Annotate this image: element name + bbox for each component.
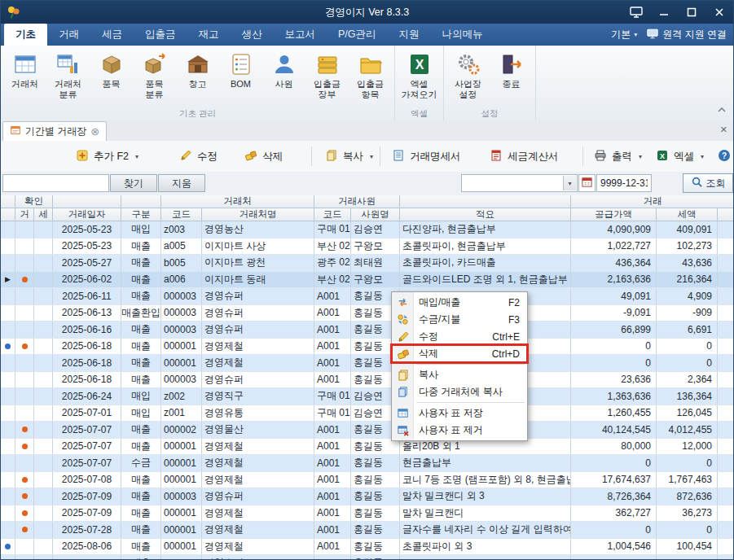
grid-row[interactable]: 2025-06-13매출환입000003경영슈퍼A001홍길동-9,091-90… [1,305,733,322]
basic-dropdown[interactable]: 기본 ▾ [611,28,637,42]
column-header-memo[interactable]: 적요 [400,208,571,221]
statement-button[interactable]: 거래명세서 [387,144,466,168]
grid-row[interactable]: 2025-07-09매출000001경영제철A001홍길동말차 밀크캔디362,… [1,505,733,523]
close-all-tabs-icon[interactable]: ✕ [720,125,727,135]
grid-row[interactable]: 2025-07-08매출000001경영제철A001홍길동코니 7등 조명 (램… [1,472,733,489]
grid-row[interactable]: 2025-07-07매출000002경영물산A001홍길동현금출납부, 에누리4… [1,422,733,439]
menu-tab-지원[interactable]: 지원 [388,24,431,46]
column-header-tax[interactable]: 세액 [657,208,718,221]
grid-row[interactable]: 2025-06-11매출000003경영슈퍼A001홍길동49,0914,909 [1,288,733,305]
help-button[interactable]: ? [713,144,734,168]
maximize-button[interactable] [678,1,705,24]
tab-close-icon[interactable]: ⊗ [90,126,99,137]
screen-share-icon[interactable] [622,1,650,24]
group-header-partner[interactable]: 거래처 [161,195,314,208]
grid-row[interactable]: 2025-06-18매출000003경영슈퍼A001홍길동23,6362,364 [1,372,733,389]
remote-support-link[interactable]: 원격 지원 연결 [647,28,727,42]
ribbon-item-cash-ledger[interactable]: 입출금 장부 [305,47,349,107]
column-header-emp-name[interactable]: 사원명 [351,208,400,221]
grid-row[interactable]: 2025-08-08매출000003경영슈퍼A001홍길동 [1,555,733,559]
menu-tab-거래[interactable]: 거래 [47,24,90,46]
menu-tab-나의메뉴[interactable]: 나의메뉴 [431,24,494,46]
column-header-se[interactable]: 세 [34,208,53,221]
row-selector[interactable] [1,439,15,455]
grid-row[interactable]: 2025-06-18매출000001경영제철A001홍길동00 [1,355,733,372]
clear-button[interactable]: 지움 [158,174,205,192]
menu-item-purchase-sales[interactable]: 매입/매출F2 [392,294,527,311]
row-selector[interactable] [1,488,15,505]
column-header-type[interactable]: 구분 [121,208,161,221]
date-input[interactable] [596,174,652,192]
grid-row[interactable]: 2025-07-07수금000001경영제철A001홍길동현금출납부00 [1,455,733,472]
row-selector[interactable] [1,455,15,471]
column-header-code[interactable]: 코드 [161,208,202,221]
ribbon-item-excel-import[interactable]: X엑셀 가져오기 [398,47,441,107]
column-header-partner-name[interactable]: 거래처명 [202,208,314,221]
ribbon-item-bom-list[interactable]: BOM [219,47,262,107]
row-selector[interactable] [1,255,15,271]
tab-period-ledger[interactable]: 기간별 거래장 ⊗ [2,121,107,141]
search-input[interactable] [2,174,109,192]
ribbon-item-partner-table[interactable]: 거래처 [3,47,46,107]
row-selector[interactable] [1,339,15,355]
query-button[interactable]: 조회 [683,173,733,193]
excel-button[interactable]: X 엑셀 ▾ [651,144,709,168]
menu-tab-보고서[interactable]: 보고서 [274,24,327,46]
menu-tab-생산[interactable]: 생산 [231,24,274,46]
row-selector[interactable] [1,322,15,338]
row-selector[interactable] [1,539,15,555]
grid-row[interactable]: 2025-06-24매입z002경영직구구매 01김승연1,363,636136… [1,388,733,405]
find-button[interactable]: 찾기 [110,174,157,192]
row-selector[interactable] [1,355,15,371]
menu-item-edit-pencil[interactable]: 수정Ctrl+E [392,328,527,345]
menu-item-copy-pages[interactable]: 복사 [392,366,527,383]
row-selector[interactable] [1,422,15,438]
row-selector[interactable] [1,288,15,304]
grid-row[interactable]: 2025-05-23매출a005이지마트 사상부산 02구왕모초콜릿파이, 현금… [1,238,733,256]
column-header-emp-code[interactable]: 코드 [314,208,351,221]
grid-row[interactable]: 2025-08-06매출000001경영제철A001홍길동초콜릿파이 외 31,… [1,539,733,556]
filter-combobox[interactable]: ▾ [461,174,578,192]
ribbon-item-cash-items[interactable]: 입출금 항목 [349,47,392,107]
add-button[interactable]: 추가 F2 ▾ [71,144,143,168]
group-header-confirm[interactable]: 확인 [15,195,53,208]
copy-button[interactable]: 복사 ▾ [320,144,378,168]
tax-invoice-button[interactable]: 세금계산서 [485,144,564,168]
column-header-geo[interactable]: 거 [15,208,34,221]
row-selector[interactable] [1,388,15,405]
ribbon-item-warehouse[interactable]: 창고 [176,47,219,107]
grid-row[interactable]: 2025-07-01매입z001경영유통구매 01김승연1,260,455126… [1,405,733,422]
calendar-button[interactable] [578,174,596,192]
ribbon-item-exit-door[interactable]: 종료 [490,47,533,107]
close-button[interactable] [705,1,733,24]
grid-row[interactable]: 2025-06-16매출000003경영슈퍼A001홍길동현금출납부66,899… [1,322,733,339]
row-selector[interactable] [1,238,15,255]
row-selector[interactable] [1,505,15,522]
menu-item-delete-eraser[interactable]: 삭제Ctrl+D [392,345,527,362]
delete-button[interactable]: 삭제 [240,144,288,168]
menu-tab-P/G관리[interactable]: P/G관리 [327,24,388,46]
ribbon-collapse-button[interactable] [717,102,727,116]
column-header-supply[interactable]: 공급가액 [571,208,657,221]
group-header-trade[interactable]: 거래 [571,195,733,208]
menu-item-table-save[interactable]: 사용자 표 저장 [392,405,527,422]
print-button[interactable]: 출력 ▾ [589,144,647,168]
row-selector[interactable]: ▶ [1,272,15,288]
grid-row[interactable]: 2025-06-18매출000001경영제철A001홍길동00 [1,339,733,356]
ribbon-item-item-box[interactable]: 품목 [90,47,133,107]
row-selector[interactable] [1,472,15,488]
row-selector[interactable] [1,522,15,538]
ribbon-item-employee[interactable]: 사원 [262,47,305,107]
row-selector[interactable] [1,555,15,559]
group-header-sales-emp[interactable]: 거래사원 [314,195,400,208]
menu-item-receipt-payment[interactable]: 수금/지불F3 [392,311,527,328]
grid-row[interactable]: ▶2025-06-02매출a006이지마트 동래부산 02구왕모골드와이드LED… [1,272,733,289]
menu-tab-입출금[interactable]: 입출금 [134,24,187,46]
ribbon-item-settings-gear[interactable]: 사업장 설정 [446,47,490,107]
row-selector[interactable] [1,405,15,422]
grid-row[interactable]: 2025-05-23매입z003경영농산구매 01김승연다진양파, 현금출납부4… [1,221,733,238]
row-selector[interactable] [1,221,15,238]
grid-row[interactable]: 2025-05-27매출b005이지마트 광천광주 02최태원초콜릿파이, 카드… [1,255,733,272]
ribbon-item-item-category[interactable]: 품목 분류 [133,47,176,107]
menu-tab-세금[interactable]: 세금 [90,24,134,46]
